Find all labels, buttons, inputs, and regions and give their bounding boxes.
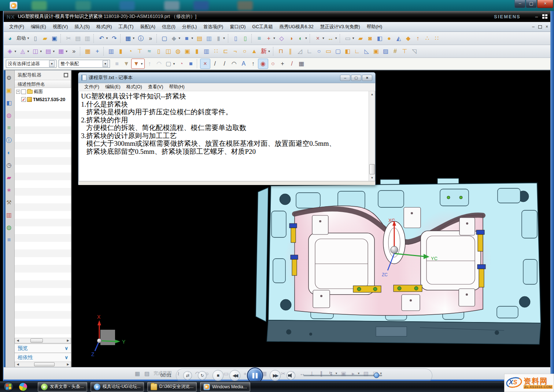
dependencies-section-header[interactable]: 相依性 ∨ bbox=[15, 352, 71, 362]
cylinder-icon[interactable]: ◧ bbox=[343, 46, 352, 56]
notepad-menu-item-4[interactable]: 帮助(H) bbox=[166, 84, 187, 90]
panel-pin-icon[interactable] bbox=[64, 73, 68, 77]
notepad-menu-item-0[interactable]: 文件(F) bbox=[81, 84, 102, 90]
menubar-minimize-button[interactable]: – bbox=[532, 24, 535, 29]
rotate-component-icon[interactable]: ◬▼ bbox=[18, 46, 31, 56]
cluster-icon[interactable]: ∴ bbox=[422, 33, 432, 44]
assembly-navigator-icon[interactable]: ▣ bbox=[5, 84, 13, 97]
scroll-thumb[interactable] bbox=[34, 362, 55, 366]
sketch-window-icon[interactable]: ▦ bbox=[133, 369, 142, 379]
move-cross-icon[interactable]: + bbox=[93, 46, 102, 56]
grid-small-icon[interactable]: ▦ bbox=[297, 59, 306, 69]
taskbar-button-1[interactable]: e模具论坛-UG论坛... bbox=[91, 382, 144, 392]
book-blue-icon[interactable]: ▥ bbox=[204, 33, 214, 44]
nx-menu-item-7[interactable]: 信息(I) bbox=[159, 24, 179, 30]
pocket-block-icon[interactable]: ◫ bbox=[164, 46, 173, 56]
tree-item-label[interactable]: TM5217.535-20 bbox=[33, 97, 65, 102]
plate-green-icon[interactable]: ▯ bbox=[241, 33, 250, 44]
window-maximize-button[interactable]: ▢ bbox=[526, 0, 537, 8]
cut-icon[interactable]: ✂ bbox=[64, 33, 73, 44]
plate-holes-icon[interactable]: ▣ bbox=[183, 46, 192, 56]
snap-apoint-icon[interactable]: A bbox=[239, 59, 248, 69]
extrude-icon[interactable]: ▰ bbox=[356, 33, 365, 44]
overflow-chevron[interactable]: » bbox=[69, 46, 79, 56]
scroll-left-icon[interactable]: ◀ bbox=[15, 363, 21, 366]
window-close-button[interactable]: × bbox=[537, 0, 553, 8]
nx-menu-item-2[interactable]: 视图(V) bbox=[49, 24, 71, 30]
nx-app-icon[interactable]: ◕ bbox=[5, 33, 15, 44]
nx-minimize-button[interactable]: – bbox=[535, 14, 538, 19]
constraint-navigator-icon[interactable]: ◧ bbox=[5, 97, 13, 109]
scroll-left-icon[interactable]: ◀ bbox=[15, 339, 21, 342]
copy-icon[interactable]: ▤ bbox=[73, 33, 83, 44]
copy-component-icon[interactable]: ▤▼ bbox=[44, 46, 56, 56]
part-navigator-icon[interactable]: ◍ bbox=[5, 109, 13, 122]
snap-up-icon[interactable]: ↑ bbox=[248, 59, 258, 69]
menubar-restore-button[interactable] bbox=[538, 25, 542, 29]
tools-icon[interactable]: ⚒ bbox=[5, 196, 13, 209]
gear-icon[interactable]: ⚙ bbox=[5, 72, 13, 84]
navigator-hscrollbar[interactable]: ◀ ▶ bbox=[15, 338, 71, 343]
paste-icon[interactable]: ▥ bbox=[83, 33, 92, 44]
ball-select-icon[interactable]: ◔ bbox=[177, 59, 186, 69]
save-icon[interactable]: ▣ bbox=[50, 33, 59, 44]
datum-plane-icon[interactable]: ▭▼ bbox=[343, 33, 356, 44]
nx-menu-item-0[interactable]: 文件(F) bbox=[6, 24, 27, 30]
boss-icon[interactable]: ◧ bbox=[375, 33, 384, 44]
filter-hand-icon[interactable]: ▼ bbox=[122, 59, 131, 69]
overflow-chevron[interactable]: » bbox=[146, 33, 155, 44]
repeat-button[interactable]: ↻ bbox=[198, 371, 207, 380]
pinwheel-app-icon[interactable] bbox=[18, 381, 29, 392]
wmp-window-icon[interactable]: ▶ bbox=[10, 1, 18, 10]
mute-button[interactable] bbox=[287, 371, 295, 380]
shaded-view-icon[interactable]: ◆▼ bbox=[169, 33, 182, 44]
taskbar-button-3[interactable]: ▶Windows Media... bbox=[200, 382, 250, 392]
cube-view-icon[interactable]: ■▼ bbox=[182, 33, 195, 44]
spring-icon[interactable]: ≈ bbox=[145, 46, 154, 56]
nx-menu-item-8[interactable]: 分析(L) bbox=[179, 24, 200, 30]
start-button[interactable] bbox=[4, 382, 14, 392]
screw-icon[interactable]: ▮ bbox=[116, 46, 126, 56]
tree-row-section[interactable]: + 截面 bbox=[15, 88, 71, 96]
snap-line-icon[interactable]: / bbox=[210, 59, 220, 69]
slot-icon[interactable]: ▣ bbox=[372, 46, 381, 56]
pocket-icon[interactable]: ◙ bbox=[365, 33, 375, 44]
nx-menu-item-14[interactable]: 帮助(H) bbox=[363, 24, 385, 30]
scroll-thumb[interactable] bbox=[30, 339, 43, 343]
scroll-thumb[interactable] bbox=[369, 164, 375, 174]
notepad-close-button[interactable]: × bbox=[362, 75, 372, 81]
nx-menu-item-11[interactable]: GC工具箱 bbox=[249, 24, 276, 30]
wedge2-icon[interactable]: ◺ bbox=[362, 46, 372, 56]
new-file-icon[interactable]: ▯ bbox=[31, 33, 40, 44]
ghost-cube-icon[interactable]: ■ bbox=[112, 59, 122, 69]
snap-slash-icon[interactable]: / bbox=[287, 59, 297, 69]
plate-blue-icon[interactable]: ▯ bbox=[231, 33, 241, 44]
layers-icon[interactable]: ≡ bbox=[255, 33, 264, 44]
new-command-button[interactable]: 新▼ bbox=[259, 46, 272, 56]
info-resource-icon[interactable]: ⓘ bbox=[5, 134, 13, 147]
scroll-right-icon[interactable]: ▶ bbox=[65, 339, 71, 342]
nx-menu-item-5[interactable]: 工具(T) bbox=[115, 24, 137, 30]
snap-point-icon[interactable]: ×▼ bbox=[313, 33, 326, 44]
cube-select-icon[interactable]: ■ bbox=[186, 59, 196, 69]
nx-menu-item-13[interactable]: 慧正设计V3.9(免费) bbox=[317, 24, 363, 30]
checkbox-checked[interactable]: ✓ bbox=[21, 97, 26, 102]
corner-icon[interactable]: ∟ bbox=[305, 46, 314, 56]
nx-menu-item-4[interactable]: 格式(R) bbox=[93, 24, 115, 30]
checkbox-unchecked[interactable] bbox=[21, 89, 26, 94]
striped-plate-icon[interactable]: ▥ bbox=[202, 46, 211, 56]
marquee-icon[interactable]: ▢▼ bbox=[164, 59, 177, 69]
nx-menu-item-6[interactable]: 装配(A) bbox=[137, 24, 159, 30]
hand-select-icon[interactable]: ◠ bbox=[154, 59, 164, 69]
snap-circle-icon[interactable]: ○ bbox=[268, 59, 278, 69]
toggle-display-icon[interactable]: ◐▼ bbox=[296, 33, 309, 44]
history-icon[interactable]: ◷ bbox=[5, 159, 13, 171]
round-block-icon[interactable]: ▢ bbox=[333, 46, 343, 56]
lshape-icon[interactable]: ∟ bbox=[352, 46, 362, 56]
filter-boxed-icon[interactable]: ▼▼ bbox=[131, 59, 145, 69]
view-link-icon[interactable]: ◍ bbox=[5, 221, 13, 234]
notepad-text-area[interactable]: UG塑胶模具设计零件知识--挤紧块 1.什么是挤紧块 挤紧块是模框内用于挤压定位… bbox=[78, 91, 375, 181]
tree-row-part[interactable]: ✓ TM5217.535-20 bbox=[15, 96, 71, 103]
menubar-close-button[interactable]: × bbox=[546, 24, 548, 29]
balloon-icon[interactable]: ○ bbox=[314, 46, 324, 56]
